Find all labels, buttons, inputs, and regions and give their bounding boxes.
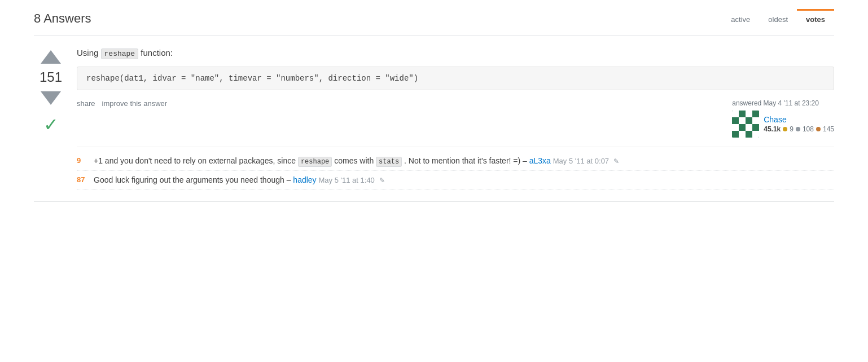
gold-badge-dot bbox=[783, 127, 787, 131]
share-link[interactable]: share bbox=[77, 99, 95, 108]
answer-text: Using reshape function: bbox=[77, 47, 834, 60]
answer-actions: share improve this answer bbox=[77, 99, 167, 108]
comment-time-1: May 5 '11 at 0:07 bbox=[553, 157, 609, 165]
comment-text: +1 and you don't need to rely on externa… bbox=[94, 155, 834, 167]
answers-title: 8 Answers bbox=[34, 11, 91, 26]
accepted-checkmark: ✓ bbox=[43, 114, 59, 135]
vote-count: 151 bbox=[40, 69, 62, 86]
user-stats: 45.1k 9 108 145 bbox=[764, 125, 834, 133]
vote-column: 151 ✓ bbox=[34, 47, 68, 190]
comment: 9 +1 and you don't need to rely on exter… bbox=[77, 152, 834, 171]
sort-tabs: active oldest votes bbox=[722, 9, 834, 28]
rep-score: 45.1k bbox=[764, 125, 781, 133]
tab-oldest[interactable]: oldest bbox=[759, 9, 797, 28]
gold-badge-count: 9 bbox=[790, 125, 794, 133]
answer-meta: answered May 4 '11 at 23:20 Chase 45.1k bbox=[732, 99, 834, 138]
answer-content: Using reshape function: reshape(dat1, id… bbox=[77, 47, 834, 190]
user-name-link[interactable]: Chase bbox=[764, 115, 834, 124]
answer-footer: share improve this answer answered May 4… bbox=[77, 99, 834, 138]
tab-votes[interactable]: votes bbox=[797, 9, 834, 28]
answered-label: answered May 4 '11 at 23:20 bbox=[732, 99, 819, 107]
avatar-grid bbox=[732, 111, 759, 138]
comment-edit-icon-1: ✎ bbox=[613, 157, 619, 165]
answer-inline-code: reshape bbox=[101, 48, 139, 59]
silver-badge-count: 108 bbox=[803, 125, 814, 133]
downvote-icon bbox=[41, 91, 61, 105]
vote-down-button[interactable] bbox=[41, 88, 61, 108]
reshape-inline-code: reshape bbox=[298, 157, 332, 167]
comment: 87 Good luck figuring out the arguments … bbox=[77, 171, 834, 190]
comment-vote-2: 87 bbox=[77, 174, 94, 186]
vote-up-button[interactable] bbox=[41, 47, 61, 67]
user-info: Chase 45.1k 9 108 145 bbox=[764, 115, 834, 133]
improve-answer-link[interactable]: improve this answer bbox=[102, 99, 168, 108]
comment-vote: 9 bbox=[77, 155, 94, 166]
comment-time-2: May 5 '11 at 1:40 bbox=[319, 176, 375, 184]
comment-user-hadley[interactable]: hadley bbox=[293, 175, 316, 184]
upvote-icon bbox=[41, 50, 61, 64]
tab-active[interactable]: active bbox=[722, 9, 759, 28]
comment-edit-icon-2: ✎ bbox=[379, 176, 385, 184]
comments-section: 9 +1 and you don't need to rely on exter… bbox=[77, 147, 834, 190]
answer-block: 151 ✓ Using reshape function: reshape(da… bbox=[34, 36, 834, 202]
code-block: reshape(dat1, idvar = "name", timevar = … bbox=[77, 67, 834, 90]
comment-text-2: Good luck figuring out the arguments you… bbox=[94, 174, 834, 186]
silver-badge-dot bbox=[796, 127, 800, 131]
comment-user-al3xa[interactable]: aL3xa bbox=[529, 156, 551, 165]
answers-header: 8 Answers active oldest votes bbox=[34, 0, 834, 36]
stats-inline-code: stats bbox=[376, 157, 402, 167]
user-card: Chase 45.1k 9 108 145 bbox=[732, 111, 834, 138]
avatar bbox=[732, 111, 759, 138]
answer-text-suffix: function: bbox=[138, 48, 173, 58]
bronze-badge-dot bbox=[816, 127, 821, 131]
bronze-badge-count: 145 bbox=[823, 125, 834, 133]
answer-text-prefix: Using bbox=[77, 48, 101, 58]
